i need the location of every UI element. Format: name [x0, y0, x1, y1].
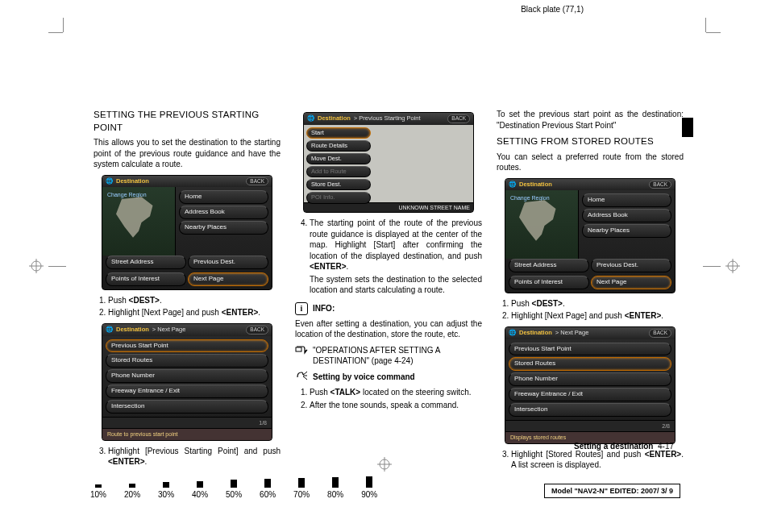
screen-footer: Route to previous start point	[102, 428, 272, 439]
info-text: Even after setting a destination, you ca…	[295, 318, 482, 340]
item-start: Start	[306, 127, 371, 139]
steps-list-3b: Highlight [Stored Routes] and push <ENTE…	[497, 449, 684, 471]
voice-step-2: After the tone sounds, speak a command.	[310, 400, 482, 411]
pager: 2/8	[662, 422, 670, 430]
reference-icon	[295, 345, 308, 358]
item-poi-info: POI Info.	[306, 192, 371, 203]
density-30: 30%	[158, 482, 174, 501]
menu-next-page: Next Page	[188, 272, 268, 286]
pager: 1/8	[259, 419, 267, 426]
crop-mark	[48, 32, 63, 33]
menu-street-address: Street Address	[509, 259, 589, 272]
registration-mark-left	[29, 259, 66, 273]
back-button: BACK	[649, 181, 671, 189]
voice-steps: Push <TALK> located on the steering swit…	[295, 387, 482, 410]
steps-list-1: Push <DEST>. Highlight [Next Page] and p…	[94, 295, 281, 318]
item-prev-start: Previous Start Point	[106, 339, 268, 353]
breadcrumb: > Next Page	[555, 329, 588, 337]
step-1: Push <DEST>.	[511, 298, 684, 310]
item-phone: Phone Number	[106, 369, 268, 383]
menu-previous-dest: Previous Dest.	[591, 259, 671, 272]
item-intersection: Intersection	[106, 400, 268, 414]
step-3: Highlight [Previous Starting Point] and …	[108, 446, 281, 468]
crop-mark	[705, 18, 706, 32]
svg-rect-9	[296, 347, 301, 351]
screen-title: Destination	[318, 114, 351, 123]
breadcrumb: > Next Page	[152, 326, 185, 334]
menu-next-page: Next Page	[591, 276, 671, 289]
screen-title: Destination	[519, 329, 552, 337]
crop-mark	[63, 18, 64, 32]
item-stored-routes: Stored Routes	[509, 357, 671, 371]
step-4-continuation: The system sets the destination to the s…	[310, 274, 482, 296]
edge-tab-marker	[682, 118, 693, 137]
column-2: 🌐Destination > Previous Starting Point B…	[295, 109, 482, 476]
item-prev-start: Previous Start Point	[509, 343, 671, 356]
back-button: BACK	[447, 114, 470, 123]
step-2: Highlight [Next Page] and push <ENTER>.	[108, 307, 281, 318]
step-4: The starting point of the route of the p…	[310, 218, 482, 296]
info-label: INFO:	[313, 303, 335, 314]
heading-stored-routes: SETTING FROM STORED ROUTES	[497, 135, 684, 148]
menu-home: Home	[179, 190, 268, 204]
menu-poi: Points of Interest	[509, 276, 589, 289]
steps-list-1b: Highlight [Previous Starting Point] and …	[94, 446, 281, 468]
item-stored-routes: Stored Routes	[106, 354, 268, 368]
item-intersection: Intersection	[509, 403, 671, 417]
steps-list-2: The starting point of the route of the p…	[295, 218, 482, 296]
item-store-dest: Store Dest.	[306, 179, 371, 190]
step-3: Highlight [Stored Routes] and push <ENTE…	[511, 449, 684, 471]
intro-paragraph: This allows you to set the destination t…	[94, 137, 281, 170]
screenshot-next-page-1: 🌐Destination > Next Page BACK Previous S…	[102, 323, 272, 441]
item-route-details: Route Details	[306, 140, 371, 152]
item-move-dest: Move Dest.	[306, 153, 371, 164]
voice-icon	[295, 370, 308, 384]
density-20: 20%	[124, 484, 140, 501]
item-phone: Phone Number	[509, 372, 671, 386]
voice-command-text: To set the previous start point as the d…	[497, 109, 684, 131]
steps-list-3: Push <DEST>. Highlight [Next Page] and p…	[497, 298, 684, 322]
menu-poi: Points of Interest	[106, 272, 186, 286]
density-60: 60%	[260, 479, 276, 501]
density-90: 90%	[361, 476, 377, 501]
heading-previous-start: SETTING THE PREVIOUS STARTING POINT	[94, 109, 281, 134]
column-3: To set the previous start point as the d…	[497, 109, 684, 476]
street-name-caption: UNKNOWN STREET NAME	[304, 202, 473, 212]
reference-text: "OPERATIONS AFTER SETTING A DESTINATION"…	[313, 345, 482, 367]
registration-mark-right	[703, 259, 740, 273]
density-80: 80%	[327, 477, 343, 501]
screenshot-next-page-2: 🌐Destination > Next Page BACK Previous S…	[505, 326, 675, 444]
density-gauge: 10% 20% 30% 40% 50% 60% 70% 80% 90%	[90, 476, 377, 501]
menu-street-address: Street Address	[106, 256, 186, 269]
voice-heading: Setting by voice command	[313, 372, 415, 383]
screenshot-prev-start-point: 🌐Destination > Previous Starting Point B…	[303, 112, 474, 213]
model-edited-box: Model "NAV2-N" EDITED: 2007/ 3/ 9	[544, 484, 680, 498]
step-2: Highlight [Next Page] and push <ENTER>.	[511, 310, 684, 322]
density-40: 40%	[192, 481, 208, 501]
menu-nearby: Nearby Places	[582, 224, 671, 238]
back-button: BACK	[246, 326, 268, 335]
info-icon: i	[295, 302, 308, 315]
crop-mark	[706, 32, 721, 33]
menu-nearby: Nearby Places	[179, 221, 268, 235]
black-plate-label: Black plate (77,1)	[521, 4, 584, 15]
back-button: BACK	[649, 329, 671, 338]
screen-title: Destination	[116, 326, 149, 334]
item-freeway: Freeway Entrance / Exit	[106, 384, 268, 398]
column-1: SETTING THE PREVIOUS STARTING POINT This…	[94, 109, 281, 476]
density-10: 10%	[90, 484, 106, 501]
section-footer: Setting a destination 4-17	[574, 441, 674, 452]
density-50: 50%	[226, 480, 242, 501]
item-freeway: Freeway Entrance / Exit	[509, 388, 671, 401]
back-button: BACK	[246, 177, 268, 186]
menu-previous-dest: Previous Dest.	[188, 256, 268, 269]
breadcrumb: > Previous Starting Point	[354, 114, 421, 123]
screen-title: Destination	[519, 181, 552, 189]
screen-title: Destination	[116, 177, 149, 185]
screenshot-destination-main-1: 🌐Destination BACK Change Region Home Add…	[102, 175, 272, 290]
stored-routes-intro: You can select a preferred route from th…	[497, 152, 684, 173]
step-1: Push <DEST>.	[108, 295, 281, 306]
menu-home: Home	[582, 193, 671, 207]
item-add-route: Add to Route	[306, 166, 371, 177]
menu-address-book: Address Book	[582, 209, 671, 222]
